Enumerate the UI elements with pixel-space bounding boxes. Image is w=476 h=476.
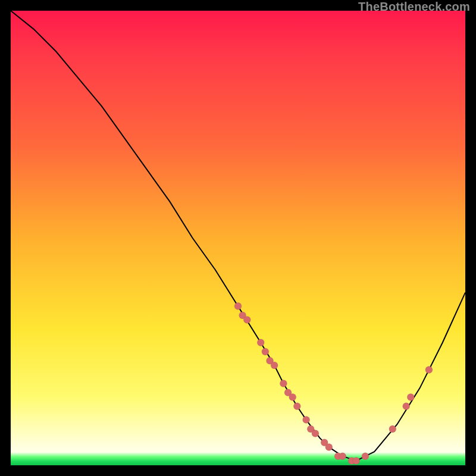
curve-marker xyxy=(289,393,296,400)
curve-marker xyxy=(407,393,414,400)
bottleneck-curve xyxy=(11,11,465,461)
curve-markers xyxy=(234,303,433,465)
curve-marker xyxy=(403,403,410,410)
curve-marker xyxy=(339,453,346,460)
curve-marker xyxy=(271,362,278,369)
chart-stage: TheBottleneck.com xyxy=(0,0,476,476)
curve-marker xyxy=(312,430,319,437)
plot-area xyxy=(11,11,465,465)
curve-marker xyxy=(362,453,369,460)
curve-marker xyxy=(280,380,287,387)
curve-marker xyxy=(425,367,433,374)
curve-marker xyxy=(293,403,300,410)
curve-marker xyxy=(389,425,396,433)
curve-marker xyxy=(243,317,250,324)
curve-marker xyxy=(234,303,242,310)
curve-marker xyxy=(262,348,269,355)
curve-marker xyxy=(257,339,264,346)
curve-marker xyxy=(353,457,360,464)
curve-marker xyxy=(325,443,333,450)
curve-marker xyxy=(303,416,310,424)
chart-svg xyxy=(11,11,465,465)
